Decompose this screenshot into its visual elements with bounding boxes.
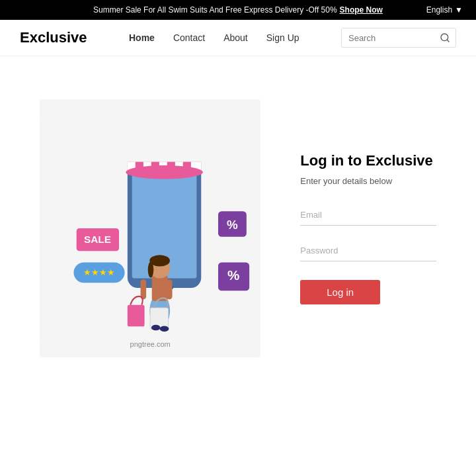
main-nav: Home Contact About Sign Up [129, 32, 299, 43]
email-field-container [300, 205, 436, 226]
nav-item-signup[interactable]: Sign Up [266, 32, 299, 43]
nav-item-home[interactable]: Home [129, 32, 155, 43]
search-input[interactable] [342, 29, 434, 47]
announcement-text: Summer Sale For All Swim Suits And Free … [93, 5, 337, 15]
illustration-box: SALE % ★★★★ % [40, 99, 260, 357]
svg-rect-34 [128, 305, 145, 327]
search-bar [341, 28, 456, 48]
svg-text:★★★★: ★★★★ [83, 267, 115, 277]
svg-rect-32 [167, 279, 173, 299]
announcement-bar: Summer Sale For All Swim Suits And Free … [0, 0, 476, 20]
email-input[interactable] [300, 205, 436, 226]
login-title: Log in to Exclusive [300, 152, 436, 169]
watermark: pngtree.com [130, 340, 171, 348]
shop-now-link[interactable]: Shope Now [340, 5, 383, 15]
logo: Exclusive [20, 29, 87, 46]
svg-point-18 [130, 167, 198, 178]
header: Exclusive Home Contact About Sign Up [0, 20, 476, 56]
svg-point-31 [148, 262, 154, 278]
svg-point-36 [151, 325, 161, 331]
svg-text:SALE: SALE [84, 234, 111, 245]
password-input[interactable] [300, 240, 436, 261]
svg-point-37 [160, 326, 169, 332]
main-content: SALE % ★★★★ % [0, 56, 476, 400]
password-field-container [300, 240, 436, 261]
nav-item-contact[interactable]: Contact [173, 32, 205, 43]
login-button[interactable]: Log in [300, 280, 380, 304]
svg-text:%: % [227, 267, 239, 283]
search-button[interactable] [434, 28, 456, 47]
login-subtitle: Enter your details below [300, 176, 436, 186]
svg-rect-28 [152, 275, 168, 301]
nav-item-about[interactable]: About [223, 32, 248, 43]
chevron-down-icon: ▼ [455, 5, 463, 15]
search-icon [440, 32, 450, 43]
login-form: Log in to Exclusive Enter your details b… [300, 152, 436, 304]
language-label: English [426, 5, 452, 15]
svg-text:%: % [227, 218, 238, 232]
svg-line-1 [447, 40, 449, 42]
shopping-illustration: SALE % ★★★★ % [40, 99, 260, 357]
language-selector[interactable]: English ▼ [426, 5, 463, 15]
